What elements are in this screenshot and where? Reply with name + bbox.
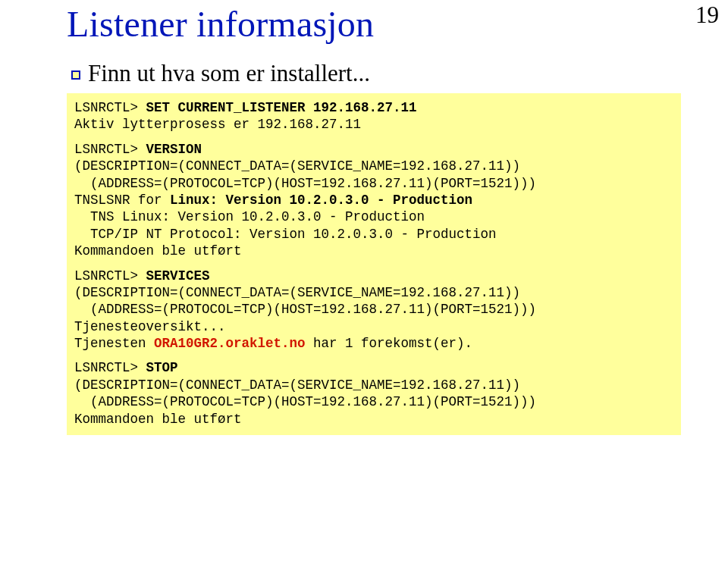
code-text: (ADDRESS=(PROTOCOL=TCP)(HOST=192.168.27.… xyxy=(74,301,673,318)
page-number: 19 xyxy=(695,2,719,29)
code-text: (ADDRESS=(PROTOCOL=TCP)(HOST=192.168.27.… xyxy=(74,175,673,192)
code-text: (DESCRIPTION=(CONNECT_DATA=(SERVICE_NAME… xyxy=(74,284,673,301)
code-text: (DESCRIPTION=(CONNECT_DATA=(SERVICE_NAME… xyxy=(74,377,673,393)
code-text: Tjenesteoversikt... xyxy=(74,318,673,335)
code-bold: SET CURRENT_LISTENER 192.168.27.11 xyxy=(146,100,417,115)
code-block: LSNRCTL> SET CURRENT_LISTENER 192.168.27… xyxy=(67,93,681,435)
bullet-item: Finn ut hva som er installert... xyxy=(71,60,690,87)
code-bold: STOP xyxy=(146,360,178,375)
bullet-text: Finn ut hva som er installert... xyxy=(88,60,370,87)
svg-rect-1 xyxy=(73,72,79,78)
code-text: har 1 forekomst(er). xyxy=(306,336,473,351)
code-text: Aktiv lytterprosess er 192.168.27.11 xyxy=(74,116,673,133)
code-text: Kommandoen ble utført xyxy=(74,411,673,428)
code-bold: Linux: Version 10.2.0.3.0 - Production xyxy=(170,193,472,208)
code-text: Kommandoen ble utført xyxy=(74,243,673,259)
code-text: TNSLSNR for xyxy=(74,193,170,208)
code-text: Tjenesten xyxy=(74,336,154,351)
slide: 19 Listener informasjon Finn ut hva som … xyxy=(0,0,728,567)
service-name: ORA10GR2.oraklet.no xyxy=(154,336,306,351)
code-bold: VERSION xyxy=(146,142,202,157)
code-text: LSNRCTL> xyxy=(74,142,146,157)
code-text: (DESCRIPTION=(CONNECT_DATA=(SERVICE_NAME… xyxy=(74,158,673,174)
code-text: LSNRCTL> xyxy=(74,100,146,115)
slide-title: Listener informasjon xyxy=(67,3,690,45)
code-bold: SERVICES xyxy=(146,268,210,284)
code-text: TCP/IP NT Protocol: Version 10.2.0.3.0 -… xyxy=(74,226,673,243)
code-text: LSNRCTL> xyxy=(74,360,146,375)
code-text: TNS Linux: Version 10.2.0.3.0 - Producti… xyxy=(74,208,673,225)
bullet-icon xyxy=(71,70,80,80)
code-text: (ADDRESS=(PROTOCOL=TCP)(HOST=192.168.27.… xyxy=(74,393,673,410)
code-text: LSNRCTL> xyxy=(74,268,146,284)
